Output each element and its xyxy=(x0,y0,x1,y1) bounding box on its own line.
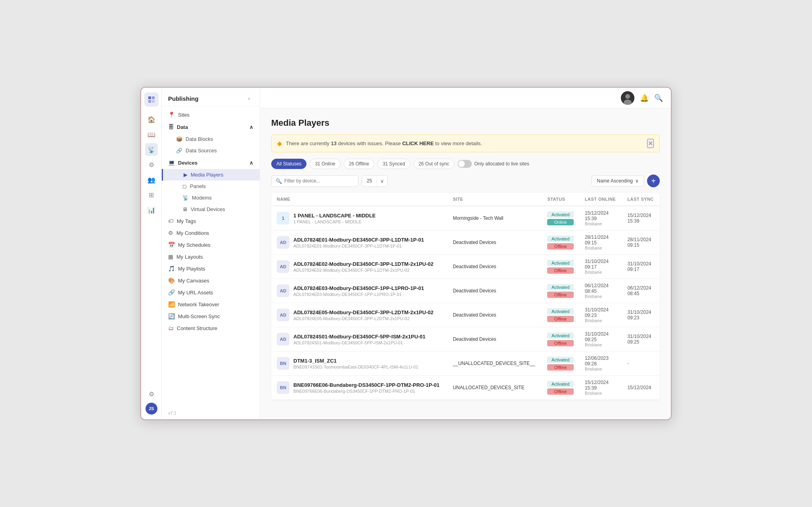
table-row[interactable]: 1 1 PANEL - LANDSCAPE - MIDDLE 1 PANEL -… xyxy=(271,206,660,230)
sidebar-title: Publishing xyxy=(168,95,199,102)
status-activated-badge: Activated xyxy=(547,357,573,363)
content-structure-icon: 🗂 xyxy=(168,325,174,331)
device-site-cell: __UNALLOCATED_DEVICES_SITE__ xyxy=(447,351,542,376)
user-avatar-topbar[interactable] xyxy=(621,91,634,105)
sort-chevron-icon: ∨ xyxy=(635,178,639,184)
table-row[interactable]: AD ADL07824S01-Modbury-DE3450CF-5PP-ISM-… xyxy=(271,327,660,351)
filter-offline[interactable]: 26 Offline xyxy=(344,159,374,169)
device-status-cell: Activated Online xyxy=(542,206,579,230)
filter-all-statuses[interactable]: All Statuses xyxy=(271,159,306,169)
table-row[interactable]: AD ADL07824E03-Modbury-DE3450CF-1PP-L1PR… xyxy=(271,279,660,303)
filter-out-of-sync[interactable]: 26 Out of sync xyxy=(414,159,454,169)
rail-chart-icon[interactable]: 📊 xyxy=(145,204,158,216)
device-last-sync-cell: 06/12/2024 08:45 xyxy=(622,279,660,303)
sidebar-item-sites[interactable]: 📍 Sites xyxy=(162,109,260,121)
table-row[interactable]: AD ADL07824E01-Modbury-DE3450CF-3PP-L1DT… xyxy=(271,230,660,255)
sidebar-item-my-tags[interactable]: 🏷 My Tags xyxy=(162,215,260,227)
device-last-sync-cell: 31/10/2024 09:23 xyxy=(622,303,660,327)
sidebar-item-my-canvases[interactable]: 🎨 My Canvases xyxy=(162,275,260,286)
sidebar-label-devices: Devices xyxy=(178,160,197,166)
status-activated-badge: Activated xyxy=(547,211,573,218)
add-device-button[interactable]: + xyxy=(647,175,660,187)
sidebar-label-virtual-devices: Virtual Devices xyxy=(191,206,225,212)
device-id: ADL07824S01-Modbury-DE3450CF-5PP-ISM-2x1… xyxy=(293,340,425,345)
rail-settings-icon[interactable]: ⚙ xyxy=(145,158,158,171)
my-url-assets-icon: 🔗 xyxy=(168,289,175,296)
sidebar-label-panels: Panels xyxy=(190,183,206,189)
device-name: ADL07824E01-Modbury-DE3450CF-3PP-L1DTM-1… xyxy=(293,237,424,243)
col-header-name: NAME xyxy=(271,193,447,206)
sidebar-collapse-button[interactable]: › xyxy=(245,94,253,103)
rail-publish-icon[interactable]: 📡 xyxy=(145,143,158,156)
device-avatar: BN xyxy=(277,357,289,370)
device-last-sync-cell: 15/12/2024 xyxy=(622,376,660,400)
toggle-live-sites-label: Only allocated to live sites xyxy=(474,161,529,167)
sites-icon: 📍 xyxy=(168,111,175,118)
sidebar-label-my-playlists: My Playlists xyxy=(178,266,205,272)
sidebar-item-my-schedules[interactable]: 📅 My Schedules xyxy=(162,239,260,251)
notification-bell-icon[interactable]: 🔔 xyxy=(640,94,649,102)
my-conditions-icon: ⚙ xyxy=(168,230,173,236)
alert-close-button[interactable]: ✕ xyxy=(647,139,654,148)
device-last-online-cell: 31/10/2024 09:23 Brisbane xyxy=(579,303,622,327)
table-row[interactable]: AD ADL07824E02-Modbury-DE3450CF-3PP-L1DT… xyxy=(271,255,660,279)
device-name: ADL07824E05-Modbury-DE3450CF-3PP-L2DTM-2… xyxy=(293,309,433,315)
global-search-icon[interactable]: 🔍 xyxy=(654,94,663,102)
sidebar-item-my-playlists[interactable]: 🎵 My Playlists xyxy=(162,263,260,275)
rail-home-icon[interactable]: 🏠 xyxy=(145,113,158,126)
sidebar-item-my-conditions[interactable]: ⚙ My Conditions xyxy=(162,227,260,239)
page-title: Media Players xyxy=(271,118,660,128)
page-size-dropdown-button[interactable]: ∨ xyxy=(377,176,387,186)
device-status-cell: Activated Offline xyxy=(542,351,579,376)
rail-users-icon[interactable]: 👥 xyxy=(145,173,158,186)
table-row[interactable]: AD ADL07824E05-Modbury-DE3450CF-3PP-L2DT… xyxy=(271,303,660,327)
sidebar-item-multi-screen-sync[interactable]: 🔄 Multi-Screen Sync xyxy=(162,310,260,322)
sidebar-item-my-layouts[interactable]: ▦ My Layouts xyxy=(162,251,260,263)
device-id: ADL07824E05-Modbury-DE3450CF-3PP-L2DTM-2… xyxy=(293,316,433,321)
sidebar-item-network-takeover[interactable]: 📶 Network Takeover xyxy=(162,298,260,310)
sidebar-item-modems[interactable]: 📡 Modems xyxy=(162,192,260,204)
col-header-last-online: LAST ONLINE xyxy=(579,193,622,206)
status-connectivity-badge: Offline xyxy=(547,243,573,250)
sidebar-item-data-sources[interactable]: 🔗 Data Sources xyxy=(162,145,260,156)
table-row[interactable]: BN DTM1-3_ISM_ZC1 BNE09743S01-ToomoombaE… xyxy=(271,351,660,376)
device-name: 1 PANEL - LANDSCAPE - MIDDLE xyxy=(293,213,376,219)
my-playlists-icon: 🎵 xyxy=(168,265,175,272)
multi-screen-sync-icon: 🔄 xyxy=(168,313,175,319)
device-site-cell: UNALLOCATED_DEVICES_SITE xyxy=(447,376,542,400)
device-last-sync-cell: - xyxy=(622,351,660,376)
virtual-devices-icon: 🖥 xyxy=(182,206,188,212)
sort-dropdown[interactable]: Name Ascending ∨ xyxy=(592,175,644,186)
search-input[interactable] xyxy=(284,178,354,184)
sidebar-item-my-url-assets[interactable]: 🔗 My URL Assets xyxy=(162,286,260,298)
sidebar-item-data-blocks[interactable]: 📦 Data Blocks xyxy=(162,133,260,145)
user-avatar-rail[interactable]: JS xyxy=(146,403,157,415)
table-row[interactable]: BN BNE09766E06-Bundaberg-DS3450CF-1PP-DT… xyxy=(271,376,660,400)
search-box: 🔍 xyxy=(271,175,358,187)
rail-gear-icon[interactable]: ⚙ xyxy=(145,388,158,400)
my-tags-icon: 🏷 xyxy=(168,218,174,224)
rail-book-icon[interactable]: 📖 xyxy=(145,128,158,141)
sidebar-item-virtual-devices[interactable]: 🖥 Virtual Devices xyxy=(162,204,260,215)
col-header-status: STATUS xyxy=(542,193,579,206)
live-sites-toggle[interactable] xyxy=(458,160,472,168)
rail-grid-icon[interactable]: ⊞ xyxy=(145,188,158,201)
filter-synced[interactable]: 31 Synced xyxy=(377,159,410,169)
sidebar-group-devices[interactable]: 💻 Devices ∧ xyxy=(162,156,260,169)
device-last-online-cell: 12/06/2023 09:28 Brisbane xyxy=(579,351,622,376)
filter-online[interactable]: 31 Online xyxy=(310,159,340,169)
sidebar-label-my-tags: My Tags xyxy=(177,218,196,224)
sidebar-label-data-sources: Data Sources xyxy=(186,148,217,154)
sidebar-group-data[interactable]: 🗄 Data ∧ xyxy=(162,121,260,133)
my-canvases-icon: 🎨 xyxy=(168,277,175,284)
alert-click-here-link[interactable]: CLICK HERE xyxy=(402,140,433,146)
device-last-online-cell: 15/12/2024 15:39 Brisbane xyxy=(579,206,622,230)
toggle-live-sites: Only allocated to live sites xyxy=(458,160,529,168)
sidebar-label-network-takeover: Network Takeover xyxy=(178,302,219,307)
device-id: ADL07824E02-Modbury-DE3450CF-3PP-L1DTM-2… xyxy=(293,268,433,273)
sidebar-item-panels[interactable]: ◻ Panels xyxy=(162,181,260,192)
sidebar-item-content-structure[interactable]: 🗂 Content Structure xyxy=(162,322,260,334)
alert-warning-icon: ◆ xyxy=(277,140,282,147)
sidebar-item-media-players[interactable]: ▶ Media Players xyxy=(162,169,260,181)
device-last-online-cell: 31/10/2024 09:17 Brisbane xyxy=(579,255,622,279)
